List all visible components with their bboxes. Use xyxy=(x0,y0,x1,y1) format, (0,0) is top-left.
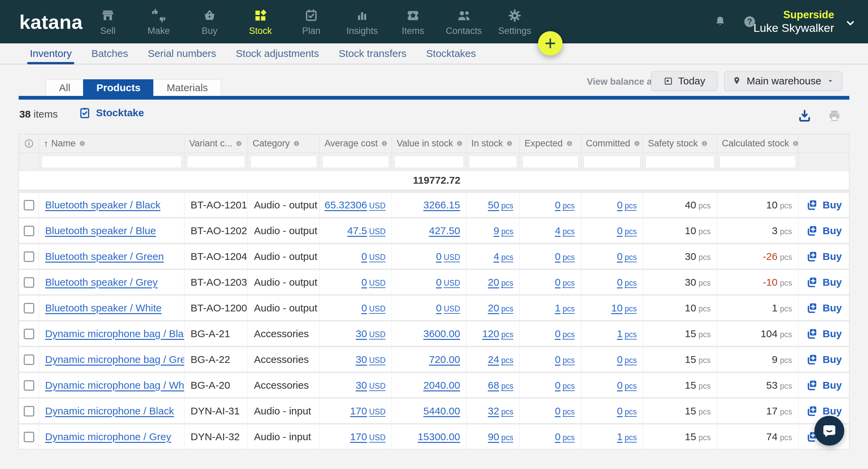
in-stock-link[interactable]: 9pcs xyxy=(494,225,513,237)
in-stock-link[interactable]: 24pcs xyxy=(488,354,513,365)
info-badge-icon[interactable] xyxy=(79,140,85,147)
tab-all[interactable]: All xyxy=(46,79,83,96)
filter-input-value_in_stock[interactable] xyxy=(394,156,464,168)
committed-link[interactable]: 0pcs xyxy=(617,251,637,262)
nav-item-plan[interactable]: Plan xyxy=(286,0,337,43)
product-name-link[interactable]: Dynamic microphone bag / Black xyxy=(45,328,184,340)
buy-button[interactable]: Buy xyxy=(805,250,842,263)
buy-button[interactable]: Buy xyxy=(805,301,842,315)
average-cost-link[interactable]: 0USD xyxy=(361,302,386,314)
expected-link[interactable]: 0pcs xyxy=(555,380,575,391)
product-name-link[interactable]: Dynamic microphone / Grey xyxy=(45,431,171,443)
in-stock-link[interactable]: 20pcs xyxy=(488,277,513,288)
average-cost-link[interactable]: 30USD xyxy=(356,380,386,391)
info-badge-icon[interactable] xyxy=(792,140,798,147)
chevron-down-icon[interactable] xyxy=(844,17,856,29)
row-checkbox[interactable] xyxy=(24,277,34,288)
filter-input-average_cost[interactable] xyxy=(322,156,389,168)
value-in-stock-link[interactable]: 3600.00 xyxy=(423,328,460,340)
average-cost-link[interactable]: 47.5USD xyxy=(347,225,386,237)
column-header-name[interactable]: ↑Name xyxy=(39,134,184,153)
value-in-stock-link[interactable]: 2040.00 xyxy=(423,380,460,391)
row-checkbox[interactable] xyxy=(24,380,34,391)
info-badge-icon[interactable] xyxy=(236,140,242,147)
in-stock-link[interactable]: 4pcs xyxy=(494,251,513,262)
subnav-item-stocktakes[interactable]: Stocktakes xyxy=(426,43,476,64)
in-stock-link[interactable]: 50pcs xyxy=(488,199,513,211)
in-stock-link[interactable]: 120pcs xyxy=(482,328,513,340)
subnav-item-stock-adjustments[interactable]: Stock adjustments xyxy=(236,43,319,64)
buy-button[interactable]: Buy xyxy=(805,198,842,212)
subnav-item-batches[interactable]: Batches xyxy=(91,43,128,64)
expected-link[interactable]: 0pcs xyxy=(555,405,575,417)
product-name-link[interactable]: Bluetooth speaker / White xyxy=(45,302,162,314)
average-cost-link[interactable]: 0USD xyxy=(361,251,386,262)
row-checkbox[interactable] xyxy=(24,406,34,416)
committed-link[interactable]: 1pcs xyxy=(617,431,637,443)
expected-link[interactable]: 1pcs xyxy=(555,302,575,314)
value-in-stock-link[interactable]: 0USD xyxy=(436,302,460,314)
column-header-safety_stock[interactable]: Safety stock xyxy=(643,134,717,153)
in-stock-link[interactable]: 32pcs xyxy=(488,405,513,417)
expected-link[interactable]: 0pcs xyxy=(555,277,575,288)
average-cost-link[interactable]: 30USD xyxy=(356,328,386,340)
filter-input-category[interactable] xyxy=(250,156,317,168)
committed-link[interactable]: 10pcs xyxy=(611,302,637,314)
column-header-committed[interactable]: Committed xyxy=(581,134,643,153)
average-cost-link[interactable]: 0USD xyxy=(361,277,386,288)
column-header-expected[interactable]: Expected xyxy=(520,134,581,153)
product-name-link[interactable]: Dynamic microphone bag / White xyxy=(45,380,184,391)
expected-link[interactable]: 0pcs xyxy=(555,328,575,340)
in-stock-link[interactable]: 20pcs xyxy=(488,302,513,314)
column-header-variant_code[interactable]: Variant c... xyxy=(184,134,248,153)
committed-link[interactable]: 0pcs xyxy=(617,380,637,391)
row-checkbox[interactable] xyxy=(24,303,34,313)
nav-item-insights[interactable]: Insights xyxy=(337,0,388,43)
buy-button[interactable]: Buy xyxy=(805,327,842,341)
average-cost-link[interactable]: 65.32306USD xyxy=(324,199,386,211)
row-checkbox[interactable] xyxy=(24,329,34,339)
nav-item-make[interactable]: Make xyxy=(133,0,184,43)
expected-link[interactable]: 0pcs xyxy=(555,251,575,262)
info-badge-icon[interactable] xyxy=(701,140,708,147)
tab-materials[interactable]: Materials xyxy=(153,79,221,96)
in-stock-link[interactable]: 90pcs xyxy=(488,431,513,443)
row-checkbox[interactable] xyxy=(24,354,34,365)
value-in-stock-link[interactable]: 3266.15 xyxy=(423,199,460,211)
buy-button[interactable]: Buy xyxy=(805,276,842,289)
row-checkbox[interactable] xyxy=(24,251,34,262)
committed-link[interactable]: 0pcs xyxy=(617,354,637,365)
info-badge-icon[interactable] xyxy=(506,140,513,147)
product-name-link[interactable]: Bluetooth speaker / Blue xyxy=(45,225,156,237)
subnav-item-inventory[interactable]: Inventory xyxy=(30,43,72,64)
chat-launcher[interactable] xyxy=(814,416,844,446)
stocktake-button[interactable]: Stocktake xyxy=(78,106,144,119)
value-in-stock-link[interactable]: 15300.00 xyxy=(418,431,460,443)
value-in-stock-link[interactable]: 0USD xyxy=(436,277,460,288)
filter-input-committed[interactable] xyxy=(584,156,640,168)
nav-item-items[interactable]: Items xyxy=(388,0,438,43)
buy-button[interactable]: Buy xyxy=(805,404,842,418)
buy-button[interactable]: Buy xyxy=(805,353,842,366)
product-name-link[interactable]: Dynamic microphone bag / Grey xyxy=(45,354,184,365)
filter-input-expected[interactable] xyxy=(522,156,578,168)
value-in-stock-link[interactable]: 720.00 xyxy=(429,354,460,365)
product-name-link[interactable]: Bluetooth speaker / Green xyxy=(45,251,164,262)
warehouse-select-button[interactable]: Main warehouse xyxy=(724,71,842,91)
expected-link[interactable]: 0pcs xyxy=(555,431,575,443)
row-checkbox[interactable] xyxy=(24,200,34,210)
nav-item-buy[interactable]: Buy xyxy=(184,0,235,43)
value-in-stock-link[interactable]: 5440.00 xyxy=(423,405,460,417)
create-new-button[interactable] xyxy=(538,31,563,56)
average-cost-link[interactable]: 170USD xyxy=(350,431,386,443)
average-cost-link[interactable]: 170USD xyxy=(350,405,386,417)
column-header-in_stock[interactable]: In stock xyxy=(467,134,520,153)
filter-input-calculated_stock[interactable] xyxy=(719,156,796,168)
in-stock-link[interactable]: 68pcs xyxy=(488,380,513,391)
filter-input-safety_stock[interactable] xyxy=(646,156,714,168)
filter-input-name[interactable] xyxy=(41,156,182,168)
column-header-average_cost[interactable]: Average cost xyxy=(320,134,392,153)
column-header-calculated_stock[interactable]: Calculated stock xyxy=(717,134,798,153)
nav-item-sell[interactable]: Sell xyxy=(82,0,133,43)
subnav-item-serial-numbers[interactable]: Serial numbers xyxy=(148,43,216,64)
